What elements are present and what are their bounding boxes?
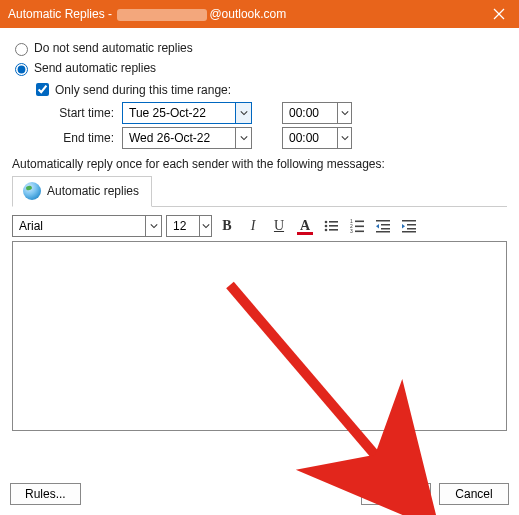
underline-button[interactable]: U [268,215,290,237]
svg-rect-3 [329,221,338,223]
start-time-dropdown[interactable] [337,103,351,123]
radio-send-auto[interactable]: Send automatic replies [10,60,509,76]
ok-button[interactable]: OK [361,483,431,505]
chevron-down-icon [240,109,248,117]
end-time-input[interactable] [283,128,337,148]
start-date-combo[interactable] [122,102,252,124]
svg-rect-14 [376,220,390,222]
increase-indent-icon [401,218,417,234]
chevron-down-icon [240,134,248,142]
italic-button[interactable]: I [242,215,264,237]
svg-rect-20 [407,228,416,230]
tab-automatic-replies[interactable]: Automatic replies [12,176,152,207]
svg-point-2 [325,221,328,224]
decrease-indent-button[interactable] [372,215,394,237]
instruction-text: Automatically reply once for each sender… [12,157,507,171]
rules-button[interactable]: Rules... [10,483,81,505]
titlebar: Automatic Replies - @outlook.com [0,0,519,28]
tab-label: Automatic replies [47,184,139,198]
radio-do-not-send-input[interactable] [15,43,28,56]
svg-rect-5 [329,225,338,227]
checkbox-time-range[interactable]: Only send during this time range: [32,80,509,99]
numbered-list-icon: 1 2 3 [349,218,365,234]
redacted-account [117,9,207,21]
font-family-input[interactable] [13,216,145,236]
cancel-button[interactable]: Cancel [439,483,509,505]
radio-send-auto-label: Send automatic replies [34,61,156,75]
font-color-button[interactable]: A [294,215,316,237]
start-time-label: Start time: [52,106,122,120]
increase-indent-button[interactable] [398,215,420,237]
checkbox-time-range-input[interactable] [36,83,49,96]
bold-button[interactable]: B [216,215,238,237]
font-size-dropdown[interactable] [199,216,211,236]
radio-send-auto-input[interactable] [15,63,28,76]
end-date-dropdown[interactable] [235,128,251,148]
window-title: Automatic Replies - @outlook.com [8,7,479,21]
svg-rect-13 [355,231,364,233]
numbered-list-button[interactable]: 1 2 3 [346,215,368,237]
svg-rect-7 [329,229,338,231]
globe-icon [23,182,41,200]
chevron-down-icon [341,134,349,142]
end-time-combo[interactable] [282,127,352,149]
checkbox-time-range-label: Only send during this time range: [55,83,231,97]
font-family-combo[interactable] [12,215,162,237]
end-time-label: End time: [52,131,122,145]
chevron-down-icon [150,222,158,230]
close-icon [493,8,505,20]
decrease-indent-icon [375,218,391,234]
svg-point-4 [325,225,328,228]
font-size-combo[interactable] [166,215,212,237]
chevron-down-icon [202,222,210,230]
radio-do-not-send[interactable]: Do not send automatic replies [10,40,509,56]
close-button[interactable] [479,0,519,28]
svg-point-6 [325,229,328,232]
font-family-dropdown[interactable] [145,216,161,236]
bulleted-list-button[interactable] [320,215,342,237]
svg-rect-21 [402,231,416,233]
title-prefix: Automatic Replies - [8,7,115,21]
svg-rect-16 [381,228,390,230]
start-time-combo[interactable] [282,102,352,124]
message-editor[interactable] [12,241,507,431]
radio-do-not-send-label: Do not send automatic replies [34,41,193,55]
title-suffix: @outlook.com [209,7,286,21]
start-date-input[interactable] [123,103,235,123]
svg-rect-15 [381,224,390,226]
svg-rect-19 [407,224,416,226]
svg-rect-11 [355,226,364,228]
start-date-dropdown[interactable] [235,103,251,123]
bulleted-list-icon [323,218,339,234]
end-time-dropdown[interactable] [337,128,351,148]
font-size-input[interactable] [167,216,199,236]
end-date-combo[interactable] [122,127,252,149]
chevron-down-icon [341,109,349,117]
svg-text:3: 3 [350,228,353,234]
svg-rect-18 [402,220,416,222]
start-time-input[interactable] [283,103,337,123]
svg-rect-17 [376,231,390,233]
svg-rect-9 [355,221,364,223]
end-date-input[interactable] [123,128,235,148]
